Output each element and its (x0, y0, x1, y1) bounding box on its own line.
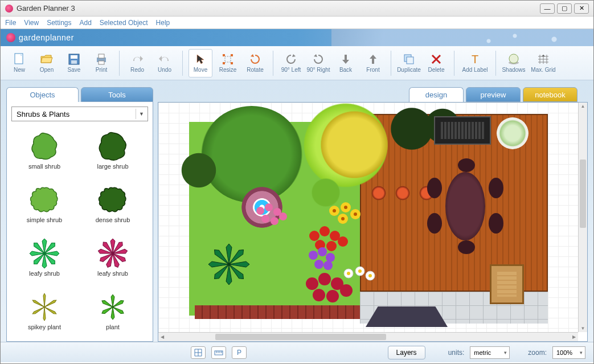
tab-tools[interactable]: Tools (81, 87, 153, 102)
pink-flowers[interactable] (252, 199, 292, 234)
rotate-button[interactable]: Rotate (243, 49, 267, 77)
chair-5[interactable] (458, 158, 475, 172)
chair-3[interactable] (489, 178, 503, 198)
svg-point-52 (326, 290, 339, 302)
resize-icon (222, 53, 234, 66)
palette-item-dense-shrub[interactable]: dense shrub (80, 178, 146, 230)
maximize-button[interactable]: ▢ (557, 3, 572, 14)
rotate-left-button[interactable]: 90° Left (279, 49, 303, 77)
send-back-icon (339, 53, 352, 66)
rotate-right-button[interactable]: 90° Right (306, 49, 330, 77)
category-dropdown[interactable]: Shrubs & Plants (11, 107, 148, 121)
yellow-flowers[interactable] (326, 199, 366, 228)
yellow-bush[interactable] (320, 111, 388, 179)
purple-flowers[interactable] (305, 245, 339, 273)
svg-point-21 (271, 217, 278, 225)
max-grid-button[interactable]: Max. Grid (529, 49, 558, 77)
title-bar: Garden Planner 3 — ▢ ✕ (1, 1, 593, 17)
palette-item-simple-shrub[interactable]: simple shrub (11, 178, 77, 230)
object-palette[interactable]: small shrub large shrub simple shrub den… (11, 125, 148, 337)
vertical-scrollbar[interactable] (578, 103, 587, 332)
status-bar: P Layers units: metric zoom: 100% (1, 342, 593, 362)
menu-selected-object[interactable]: Selected Object (100, 19, 148, 27)
crimson-flowers[interactable] (302, 270, 359, 310)
palette-item-large-shrub[interactable]: large shrub (80, 125, 146, 176)
tab-objects[interactable]: Objects (6, 87, 79, 102)
close-button[interactable]: ✕ (574, 3, 589, 14)
design-canvas[interactable] (158, 103, 578, 332)
large-shrub-icon (97, 131, 128, 162)
blossom-banner-image (331, 29, 593, 46)
flower-pot-2[interactable] (394, 185, 411, 202)
new-button[interactable]: New (7, 49, 31, 77)
svg-rect-2 (71, 55, 77, 59)
redo-button[interactable]: Redo (125, 49, 149, 77)
zoom-select[interactable]: 100% (552, 346, 585, 359)
menu-add[interactable]: Add (80, 19, 92, 27)
menu-settings[interactable]: Settings (47, 19, 71, 27)
print-button[interactable]: Print (89, 49, 113, 77)
units-select[interactable]: metric (470, 346, 510, 359)
svg-point-40 (314, 260, 323, 269)
dining-table[interactable] (445, 172, 485, 240)
garden-bench[interactable] (490, 264, 524, 304)
menu-view[interactable]: View (24, 19, 39, 27)
minimize-button[interactable]: — (540, 3, 555, 14)
svg-point-22 (279, 212, 287, 220)
ruler-toggle-icon[interactable] (211, 346, 226, 359)
svg-point-32 (319, 226, 330, 236)
svg-point-53 (340, 284, 353, 297)
shadows-button[interactable]: Shadows (502, 49, 526, 77)
brand-bar: gardenplanner (1, 29, 593, 46)
move-button[interactable]: Move (189, 49, 212, 77)
properties-p-icon[interactable]: P (232, 346, 247, 359)
svg-point-17 (256, 207, 264, 215)
shed-roof[interactable] (366, 306, 448, 327)
palette-item-leafy-shrub-magenta[interactable]: leafy shrub (80, 232, 146, 283)
dark-bush-left[interactable] (179, 150, 219, 190)
palette-item-leafy-shrub-green[interactable]: leafy shrub (11, 232, 77, 283)
chair-1[interactable] (427, 178, 442, 198)
svg-rect-8 (231, 54, 233, 56)
svg-point-24 (333, 209, 336, 212)
resize-button[interactable]: Resize (216, 49, 240, 77)
chair-2[interactable] (427, 213, 442, 234)
grid-toggle-icon[interactable] (191, 346, 206, 359)
barbecue-grill[interactable] (434, 116, 491, 145)
bring-front-button[interactable]: Front (361, 49, 385, 77)
open-button[interactable]: Open (35, 49, 59, 77)
succulent-pot[interactable] (497, 117, 529, 149)
flower-pot-1[interactable] (370, 185, 387, 202)
tab-design[interactable]: design (409, 87, 464, 102)
undo-button[interactable]: Undo (153, 49, 177, 77)
svg-point-38 (318, 247, 327, 256)
shadows-icon (507, 53, 520, 66)
duplicate-icon (403, 53, 415, 66)
palette-item-small-shrub[interactable]: small shrub (11, 125, 77, 176)
palette-item-plant[interactable]: plant (80, 285, 146, 337)
svg-point-30 (341, 217, 345, 220)
add-label-button[interactable]: TAdd Label (460, 49, 490, 77)
send-back-button[interactable]: Back (334, 49, 358, 77)
menu-help[interactable]: Help (156, 19, 170, 27)
horizontal-scrollbar[interactable] (158, 332, 578, 341)
tab-notebook[interactable]: notebook (523, 87, 577, 102)
layers-button[interactable]: Layers (388, 346, 425, 359)
tab-preview[interactable]: preview (466, 87, 521, 102)
chair-6[interactable] (458, 240, 475, 254)
chair-4[interactable] (489, 213, 503, 234)
menu-file[interactable]: File (5, 19, 16, 27)
duplicate-button[interactable]: Duplicate (397, 49, 421, 77)
menu-bar: File View Settings Add Selected Object H… (1, 17, 593, 29)
svg-point-37 (309, 251, 318, 260)
brand-text: gardenplanner (19, 33, 74, 42)
svg-point-48 (306, 277, 318, 290)
small-shrub-icon (29, 131, 60, 162)
fern-plant[interactable] (206, 242, 252, 287)
svg-text:T: T (472, 53, 478, 66)
svg-point-51 (313, 289, 325, 301)
delete-button[interactable]: Delete (424, 49, 448, 77)
save-button[interactable]: Save (62, 49, 86, 77)
palette-item-spikey-plant[interactable]: spikey plant (11, 285, 77, 337)
open-folder-icon (40, 53, 53, 66)
